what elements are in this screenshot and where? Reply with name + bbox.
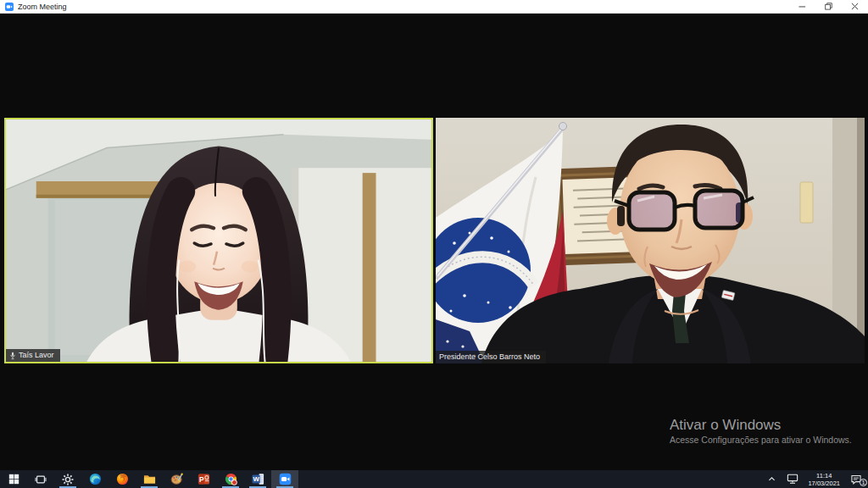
folder-icon bbox=[143, 473, 156, 485]
title-bar[interactable]: Zoom Meeting bbox=[0, 0, 868, 14]
light-switch bbox=[800, 182, 813, 223]
video-tile-celso-barros-neto[interactable]: Presidente Celso Barros Neto bbox=[436, 118, 865, 363]
powerpoint-icon: P bbox=[198, 473, 210, 485]
taskbar-item-word[interactable]: W bbox=[244, 470, 271, 488]
meeting-canvas: Taís Lavor bbox=[0, 14, 868, 470]
taskbar-item-chrome[interactable] bbox=[217, 470, 244, 488]
network-icon[interactable] bbox=[782, 470, 804, 488]
close-icon[interactable] bbox=[842, 0, 868, 13]
zoom-taskbar-icon bbox=[279, 473, 292, 485]
word-icon: W bbox=[252, 473, 264, 485]
desktop: { "window": { "title": "Zoom Meeting", "… bbox=[0, 0, 868, 488]
taskbar: P W bbox=[0, 470, 868, 488]
video-tile-tais-lavor[interactable]: Taís Lavor bbox=[4, 118, 433, 363]
nameplate-left: Taís Lavor bbox=[6, 349, 60, 362]
watermark-line2: Acesse Configurações para ativar o Windo… bbox=[670, 434, 852, 446]
webcam-scene-right bbox=[436, 118, 865, 363]
taskbar-item-firefox[interactable] bbox=[108, 470, 136, 488]
svg-text:P: P bbox=[199, 475, 204, 484]
webcam-scene-left bbox=[6, 119, 431, 362]
task-view-button[interactable] bbox=[27, 470, 54, 488]
chrome-badge bbox=[231, 480, 236, 485]
participant-name: Taís Lavor bbox=[19, 349, 54, 362]
tray-date: 17/03/2021 bbox=[808, 480, 840, 487]
restore-icon[interactable] bbox=[815, 0, 842, 13]
chrome-icon bbox=[225, 473, 237, 485]
minimize-icon[interactable] bbox=[789, 0, 815, 13]
start-button[interactable] bbox=[0, 470, 27, 488]
participant-name: Presidente Celso Barros Neto bbox=[439, 351, 540, 363]
activate-windows-watermark: Ativar o Windows Acesse Configurações pa… bbox=[670, 417, 852, 446]
action-center-icon[interactable]: 1 bbox=[844, 470, 868, 488]
muted-mic-icon bbox=[9, 352, 16, 360]
edge-icon bbox=[89, 473, 102, 485]
taskbar-item-paint3d[interactable] bbox=[163, 470, 190, 488]
nameplate-right: Presidente Celso Barros Neto bbox=[436, 351, 546, 363]
taskbar-item-settings[interactable] bbox=[54, 470, 81, 488]
firefox-icon bbox=[116, 473, 129, 485]
door-frame-wood bbox=[363, 173, 376, 362]
taskbar-item-file-explorer[interactable] bbox=[136, 470, 163, 488]
windows-logo-icon bbox=[8, 474, 19, 485]
task-view-icon bbox=[35, 474, 47, 485]
window-controls bbox=[789, 0, 868, 13]
gear-icon bbox=[62, 474, 74, 485]
paint-palette-icon bbox=[170, 473, 183, 485]
taskbar-item-powerpoint[interactable]: P bbox=[190, 470, 217, 488]
zoom-app-icon bbox=[5, 3, 14, 11]
tray-clock[interactable]: 11:14 17/03/2021 bbox=[804, 472, 844, 487]
system-tray: 11:14 17/03/2021 1 bbox=[761, 470, 868, 488]
svg-text:W: W bbox=[253, 475, 259, 483]
notification-badge: 1 bbox=[860, 479, 867, 486]
watermark-line1: Ativar o Windows bbox=[670, 417, 852, 434]
taskbar-item-zoom-active[interactable] bbox=[271, 470, 298, 488]
taskbar-item-edge[interactable] bbox=[81, 470, 108, 488]
window-title: Zoom Meeting bbox=[18, 3, 67, 11]
chevron-up-icon[interactable] bbox=[761, 470, 782, 488]
tray-time: 11:14 bbox=[808, 472, 840, 480]
